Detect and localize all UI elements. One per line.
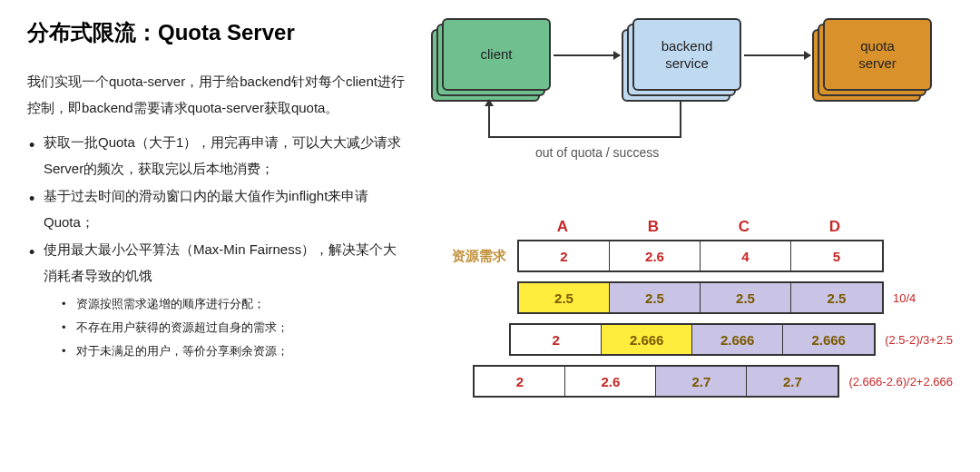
table-header: A B C D xyxy=(517,218,953,240)
table-cell: 2.666 xyxy=(692,325,783,354)
allocation-table: A B C D 资源需求 2 2.6 4 5 2.5 2.5 xyxy=(445,218,953,398)
intro-paragraph: 我们实现一个quota-server，用于给backend针对每个client进… xyxy=(27,69,408,121)
col-header: B xyxy=(608,218,699,240)
arrow-loop-up xyxy=(488,104,490,138)
table-cell: 4 xyxy=(701,241,791,270)
sub-item: 资源按照需求递增的顺序进行分配； xyxy=(44,292,408,316)
table-row: 2 2.666 2.666 2.666 (2.5-2)/3+2.5 xyxy=(445,323,953,356)
table-cell: 2.5 xyxy=(610,283,701,312)
quota-label: quota server xyxy=(823,18,932,91)
row-formula: (2.666-2.6)/2+2.666 xyxy=(848,375,953,388)
table-cell: 2.666 xyxy=(602,325,692,354)
backend-label: backend service xyxy=(632,18,741,91)
table-row: 2 2.6 2.7 2.7 (2.666-2.6)/2+2.666 xyxy=(445,365,953,398)
loop-label: out of quota / success xyxy=(535,145,659,160)
arrow-loop-back xyxy=(488,136,681,138)
table-cell: 2.7 xyxy=(656,367,747,396)
sub-item: 不存在用户获得的资源超过自身的需求； xyxy=(44,316,408,339)
arrow-client-backend xyxy=(554,54,620,56)
table-cell: 2.5 xyxy=(519,283,610,312)
table-cell: 2.6 xyxy=(610,241,701,270)
table-row: 2.5 2.5 2.5 2.5 10/4 xyxy=(445,281,953,314)
table-cell: 2.5 xyxy=(701,283,791,312)
col-header: C xyxy=(699,218,789,240)
table-cell: 2.7 xyxy=(747,367,838,396)
table-cell: 2 xyxy=(519,241,610,270)
table-row: 资源需求 2 2.6 4 5 xyxy=(445,240,953,272)
page-title: 分布式限流：Quota Server xyxy=(27,18,408,47)
table-cell: 2.6 xyxy=(565,367,656,396)
bullet-list: 获取一批Quota（大于1），用完再申请，可以大大减少请求Server的频次，获… xyxy=(27,130,408,363)
bullet-item: 基于过去时间的滑动窗口内的最大值作为inflight来申请Quota； xyxy=(27,183,408,235)
table-cell: 2 xyxy=(511,325,602,354)
sub-item: 对于未满足的用户，等价分享剩余资源； xyxy=(44,339,408,363)
sub-list: 资源按照需求递增的顺序进行分配； 不存在用户获得的资源超过自身的需求； 对于未满… xyxy=(44,292,408,363)
row-formula: (2.5-2)/3+2.5 xyxy=(885,333,953,347)
table-cell: 2 xyxy=(475,367,565,396)
client-label: client xyxy=(442,18,551,91)
table-cell: 2.666 xyxy=(783,325,874,354)
row-label: 资源需求 xyxy=(445,248,517,265)
bullet-item: 获取一批Quota（大于1），用完再申请，可以大大减少请求Server的频次，获… xyxy=(27,130,408,182)
table-cell: 5 xyxy=(791,241,882,270)
col-header: D xyxy=(789,218,880,240)
arrow-loop-down xyxy=(680,102,681,138)
arrow-backend-quota xyxy=(744,54,810,56)
table-cell: 2.5 xyxy=(791,283,882,312)
architecture-diagram: client backend service quota server out … xyxy=(445,18,953,182)
col-header: A xyxy=(517,218,608,240)
bullet-item: 使用最大最小公平算法（Max-Min Fairness），解决某个大消耗者导致的… xyxy=(27,237,408,363)
row-formula: 10/4 xyxy=(893,291,916,305)
